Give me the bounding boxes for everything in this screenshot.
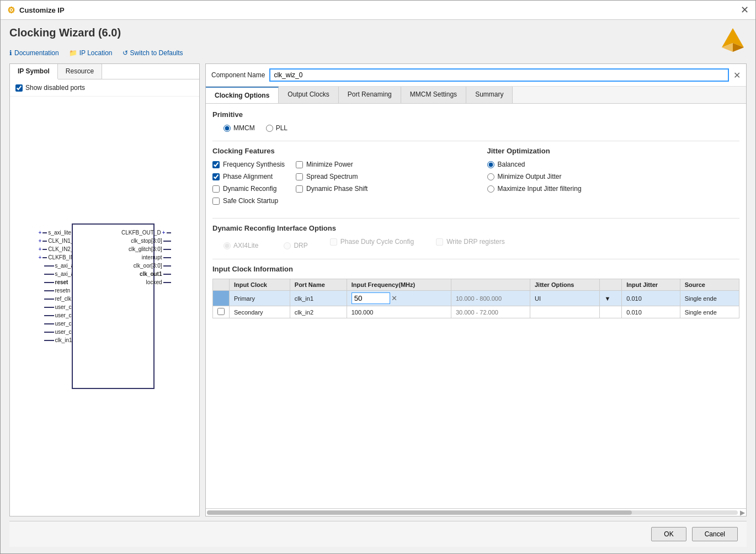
spread-spectrum-label: Spread Spectrum (306, 173, 358, 180)
input-clock-table-wrapper: Input Clock Port Name Input Frequency(MH… (212, 279, 739, 318)
table-row-primary: Primary clk_in1 ✕ 10.00 (213, 291, 739, 306)
phase-duty-label-text: Phase Duty Cycle Config (340, 238, 414, 246)
input-clock-section: Input Clock Information Input Clock Port… (212, 265, 739, 318)
balanced-radio-label[interactable]: Balanced (487, 161, 740, 168)
switch-defaults-label: Switch to Defaults (130, 49, 183, 57)
dyn-phase-shift-feature[interactable]: Dynamic Phase Shift (296, 185, 368, 193)
tab-mmcm-settings[interactable]: MMCM Settings (401, 87, 466, 103)
pll-radio[interactable] (266, 125, 273, 132)
jitter-section: Jitter Optimization Balanced Minimize Ou… (487, 147, 740, 209)
primary-freq-input[interactable] (352, 292, 390, 304)
pll-radio-label[interactable]: PLL (266, 124, 288, 132)
dyn-reconfig-feature[interactable]: Dynamic Reconfig (212, 185, 285, 193)
spread-spectrum-checkbox[interactable] (296, 173, 303, 180)
mmcm-radio-label[interactable]: MMCM (223, 124, 255, 132)
tab-clocking-options[interactable]: Clocking Options (206, 87, 279, 103)
min-output-radio[interactable] (487, 173, 494, 180)
phase-align-label: Phase Alignment (223, 173, 273, 180)
primary-freq-clear[interactable]: ✕ (391, 294, 397, 302)
scroll-right-arrow[interactable]: ▶ (740, 509, 745, 516)
port-label: clk_in1 (55, 337, 72, 343)
dyn-phase-shift-checkbox[interactable] (296, 185, 303, 193)
port-line (42, 241, 47, 242)
tab-output-clocks[interactable]: Output Clocks (279, 87, 338, 103)
component-name-label: Component Name (211, 71, 265, 79)
primary-source: Single ende (680, 291, 739, 306)
tab-summary[interactable]: Summary (466, 87, 513, 103)
phase-align-checkbox[interactable] (212, 173, 220, 180)
tab-content-clocking-options: Primitive MMCM PLL (206, 104, 746, 508)
component-name-input[interactable] (269, 68, 729, 82)
port-expand-icon[interactable]: + (39, 246, 42, 252)
phase-align-feature[interactable]: Phase Alignment (212, 173, 285, 180)
refresh-icon: ↺ (123, 49, 128, 57)
secondary-checkbox[interactable] (217, 308, 225, 315)
scrollbar-thumb[interactable] (207, 510, 632, 515)
phase-duty-label[interactable]: Phase Duty Cycle Config (330, 238, 414, 246)
freq-synth-checkbox[interactable] (212, 161, 220, 168)
show-disabled-ports-checkbox[interactable] (15, 84, 23, 92)
port-expand-icon[interactable]: + (162, 230, 166, 236)
port-line (44, 323, 54, 324)
horizontal-scrollbar[interactable]: ▶ (206, 508, 746, 516)
freq-synth-feature[interactable]: Frequency Synthesis (212, 161, 285, 168)
component-name-clear-button[interactable]: ✕ (733, 70, 741, 81)
port-expand-icon[interactable]: + (39, 230, 42, 236)
max-input-label: Maximize Input Jitter filtering (498, 185, 582, 193)
show-disabled-label: Show disabled ports (25, 84, 85, 92)
safe-clock-feature[interactable]: Safe Clock Startup (212, 197, 285, 205)
secondary-freq-cell: 100.000 (347, 306, 451, 318)
port-expand-icon[interactable]: + (39, 238, 42, 244)
close-button[interactable]: ✕ (741, 4, 749, 16)
toolbar: ℹ Documentation 📁 IP Location ↺ Switch t… (9, 47, 747, 59)
port-line (44, 290, 54, 291)
phase-duty-checkbox[interactable] (330, 238, 337, 246)
spread-spectrum-feature[interactable]: Spread Spectrum (296, 173, 368, 180)
port-line (44, 332, 54, 333)
dynreconfig-radio-group: AXI4Lite DRP (223, 242, 308, 249)
max-input-radio[interactable] (487, 185, 494, 193)
write-drp-label[interactable]: Write DRP registers (436, 238, 505, 246)
port-label: clk_out1 (140, 271, 162, 277)
title-bar: ⚙ Customize IP ✕ (1, 1, 755, 20)
drp-radio-label[interactable]: DRP (284, 242, 307, 249)
min-output-label: Minimize Output Jitter (498, 173, 562, 180)
tab-ip-symbol[interactable]: IP Symbol (10, 64, 58, 79)
port-clk-oor: clk_oor[3:0] (134, 263, 171, 269)
port-clk-stop: clk_stop[3:0] (131, 238, 171, 244)
drp-radio[interactable] (284, 242, 291, 249)
port-line (167, 232, 171, 233)
mmcm-radio[interactable] (223, 125, 231, 132)
port-line (44, 315, 54, 316)
input-clock-label: Input Clock Information (212, 265, 739, 273)
documentation-button[interactable]: ℹ Documentation (9, 49, 59, 57)
minimize-power-feature[interactable]: Minimize Power (296, 161, 368, 168)
min-output-radio-label[interactable]: Minimize Output Jitter (487, 173, 740, 180)
max-input-radio-label[interactable]: Maximize Input Jitter filtering (487, 185, 740, 193)
write-drp-checkbox[interactable] (436, 238, 443, 246)
documentation-label: Documentation (14, 49, 59, 57)
content-area: Clocking Wizard (6.0) ℹ Documentation 📁 … (1, 20, 755, 553)
right-ports: CLKFB_OUT_D + clk_stop[3:0] clk_glitch[3… (121, 229, 171, 286)
tab-resource[interactable]: Resource (58, 64, 102, 79)
secondary-source: Single ende (680, 306, 739, 318)
axi4lite-radio[interactable] (223, 242, 231, 249)
port-expand-icon[interactable]: + (39, 254, 42, 260)
primary-jitter-dd[interactable]: ▼ (600, 291, 622, 306)
scrollbar-track (207, 510, 738, 515)
ok-button[interactable]: OK (651, 527, 686, 541)
primary-input-clock: Primary (230, 291, 290, 306)
ip-location-label: IP Location (79, 49, 113, 57)
mmcm-label: MMCM (233, 124, 255, 132)
axi4lite-radio-label[interactable]: AXI4Lite (223, 242, 258, 249)
minimize-power-checkbox[interactable] (296, 161, 303, 168)
balanced-radio[interactable] (487, 161, 494, 168)
tab-port-renaming[interactable]: Port Renaming (339, 87, 401, 103)
ip-location-button[interactable]: 📁 IP Location (69, 49, 113, 57)
safe-clock-checkbox[interactable] (212, 198, 220, 205)
dyn-reconfig-checkbox[interactable] (212, 185, 220, 193)
show-disabled-ports-label[interactable]: Show disabled ports (15, 84, 85, 92)
cancel-button[interactable]: Cancel (692, 527, 738, 541)
switch-defaults-button[interactable]: ↺ Switch to Defaults (123, 49, 183, 57)
dynreconfig-label: Dynamic Reconfig Interface Options (212, 224, 739, 232)
